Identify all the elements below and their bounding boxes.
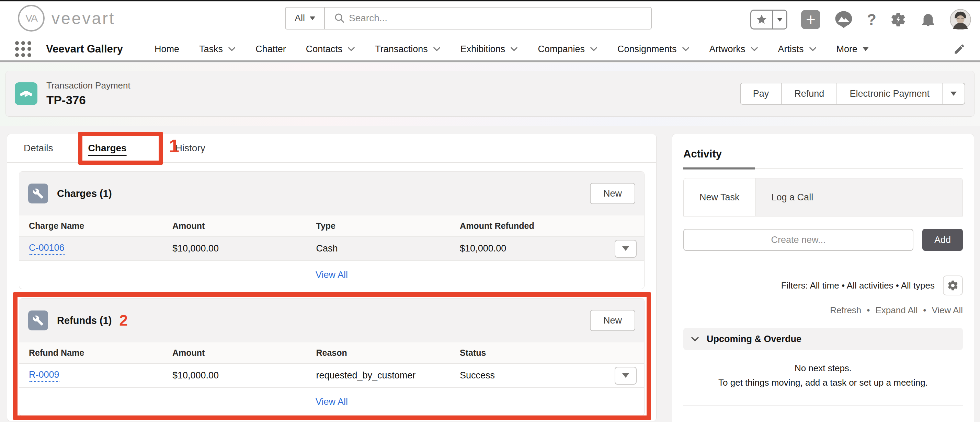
activity-view-all-link[interactable]: View All	[932, 305, 963, 316]
record-name: TP-376	[46, 93, 130, 107]
setup-gear-icon[interactable]	[890, 11, 907, 28]
tab-new-task[interactable]: New Task	[684, 178, 756, 216]
activity-filter-gear-button[interactable]	[943, 276, 963, 295]
upcoming-overdue-label: Upcoming & Overdue	[707, 334, 802, 344]
column-header: Amount	[172, 348, 316, 358]
app-nav-bar: Veevart Gallery Home Tasks Chatter Conta…	[0, 38, 980, 62]
search-divider	[324, 8, 325, 29]
activity-filters-row: Filters: All time • All activities • All…	[683, 276, 963, 295]
refunds-view-all-row: View All	[19, 388, 644, 416]
no-past-activity-text: No past activity. Past meetings and task…	[683, 420, 963, 422]
favorites-button-group[interactable]	[750, 10, 788, 30]
column-header: Type	[316, 221, 460, 231]
user-avatar[interactable]	[950, 9, 971, 30]
veevart-logo: VA veevart	[18, 5, 115, 32]
nav-item-chatter[interactable]: Chatter	[256, 44, 286, 54]
chevron-down-icon	[809, 47, 816, 51]
pay-button[interactable]: Pay	[741, 83, 781, 104]
charges-new-button[interactable]: New	[590, 183, 635, 204]
chevron-down-icon	[228, 47, 235, 51]
header-utility-icons: + ?	[750, 9, 971, 30]
charge-type: Cash	[316, 243, 460, 254]
refund-record-link[interactable]: R-0009	[29, 370, 59, 382]
tab-log-a-call[interactable]: Log a Call	[756, 178, 829, 216]
nav-item-consignments[interactable]: Consignments	[617, 44, 689, 54]
task-composer: Add	[683, 229, 963, 251]
nav-item-more[interactable]: More	[837, 44, 869, 54]
refunds-new-button[interactable]: New	[590, 310, 635, 331]
nav-item-companies[interactable]: Companies	[538, 44, 598, 54]
search-icon	[334, 12, 345, 24]
nav-item-artworks[interactable]: Artworks	[710, 44, 758, 54]
record-meta: Transaction Payment TP-376	[46, 80, 130, 107]
charges-view-all-link[interactable]: View All	[315, 270, 348, 280]
global-add-icon[interactable]: +	[801, 10, 820, 29]
refunds-view-all-link[interactable]: View All	[315, 397, 348, 407]
charges-view-all-row: View All	[19, 261, 644, 289]
create-new-input[interactable]	[683, 229, 913, 251]
edit-nav-pencil-icon[interactable]	[953, 43, 966, 55]
column-header: Refund Name	[19, 348, 172, 358]
nav-item-exhibitions[interactable]: Exhibitions	[460, 44, 518, 54]
trailhead-icon[interactable]	[834, 10, 853, 29]
object-label: Transaction Payment	[46, 80, 130, 91]
favorites-caret-icon[interactable]	[772, 11, 786, 29]
refunds-related-list: Refunds (1) 2 New Refund Name Amount Rea…	[19, 298, 644, 416]
help-icon[interactable]: ?	[867, 11, 876, 28]
nav-item-transactions[interactable]: Transactions	[375, 44, 441, 54]
main-content: Details Charges History Charges (1) New …	[0, 126, 980, 422]
annotation-step-2: 2	[119, 312, 128, 329]
more-actions-caret-button[interactable]	[942, 83, 964, 104]
separator-dot: •	[923, 305, 926, 316]
refund-button[interactable]: Refund	[781, 83, 837, 104]
refunds-column-headers: Refund Name Amount Reason Status	[19, 343, 644, 364]
column-header: Status	[460, 348, 607, 358]
search-input[interactable]	[349, 13, 651, 24]
nav-item-home[interactable]: Home	[154, 44, 179, 54]
refund-status: Success	[460, 370, 607, 381]
activity-composer-tabs: New Task Log a Call	[683, 178, 963, 216]
nav-item-contacts[interactable]: Contacts	[306, 44, 355, 54]
theme-banner: Transaction Payment TP-376 Pay Refund El…	[0, 63, 980, 126]
refund-row-actions-button[interactable]	[615, 367, 636, 385]
chevron-down-icon	[510, 47, 518, 51]
app-name: Veevart Gallery	[46, 43, 123, 55]
search-scope-dropdown[interactable]: All	[286, 8, 324, 29]
tab-details[interactable]: Details	[24, 143, 53, 154]
refresh-link[interactable]: Refresh	[830, 305, 861, 316]
nav-items: Home Tasks Chatter Contacts Transactions…	[154, 44, 869, 54]
caret-down-icon	[622, 373, 629, 378]
app-launcher-icon[interactable]	[14, 41, 32, 57]
activity-divider	[683, 406, 963, 406]
expand-all-link[interactable]: Expand All	[875, 305, 918, 316]
upcoming-overdue-section[interactable]: Upcoming & Overdue	[683, 328, 963, 350]
charge-row-actions-button[interactable]	[615, 240, 636, 258]
column-header: Reason	[316, 348, 460, 358]
star-icon[interactable]	[751, 11, 772, 29]
charges-title: Charges (1)	[57, 188, 112, 199]
activity-filters-text: Filters: All time • All activities • All…	[781, 280, 935, 291]
wrench-icon	[28, 311, 48, 330]
charges-column-headers: Charge Name Amount Type Amount Refunded	[19, 216, 644, 237]
chevron-down-icon	[682, 47, 689, 51]
refunds-title: Refunds (1)	[57, 315, 112, 326]
wrench-icon	[28, 184, 48, 203]
nav-item-artists[interactable]: Artists	[778, 44, 816, 54]
activity-title: Activity	[683, 148, 963, 160]
refunds-header: Refunds (1) 2 New	[19, 298, 644, 343]
charge-amount: $10,000.00	[172, 243, 316, 254]
add-task-button[interactable]: Add	[922, 229, 963, 251]
global-search[interactable]: All	[285, 7, 652, 30]
column-header: Charge Name	[19, 221, 172, 231]
charge-record-link[interactable]: C-00106	[29, 243, 65, 255]
tab-charges[interactable]: Charges	[88, 143, 127, 154]
charge-amount-refunded: $10,000.00	[460, 243, 607, 254]
notifications-bell-icon[interactable]	[920, 12, 936, 27]
activity-panel: Activity New Task Log a Call Add Filters…	[672, 134, 974, 422]
tab-history[interactable]: History	[175, 143, 205, 154]
nav-item-tasks[interactable]: Tasks	[199, 44, 235, 54]
veevart-logo-text: veevart	[51, 9, 115, 28]
column-header: Amount	[172, 221, 316, 231]
electronic-payment-button[interactable]: Electronic Payment	[837, 83, 942, 104]
transaction-payment-handshake-icon	[15, 82, 37, 105]
